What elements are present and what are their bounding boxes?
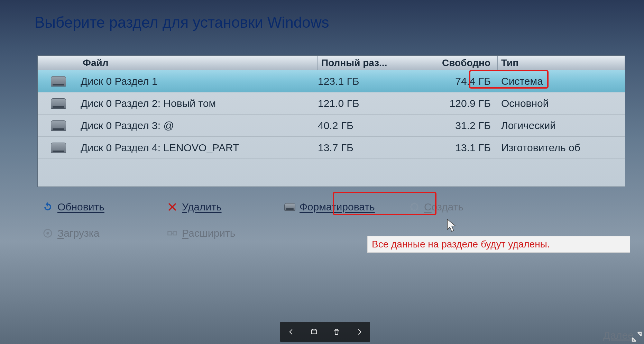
partition-type: Изготовитель об (498, 142, 625, 154)
next-button: Далее (603, 329, 634, 341)
disk-icon (38, 143, 79, 153)
create-icon (408, 201, 421, 213)
load-driver-button[interactable]: Загрузка (42, 224, 166, 243)
load-driver-icon (42, 227, 54, 239)
toolbar-slideshow-button[interactable] (306, 324, 322, 340)
partition-name: Диск 0 Раздел 1 (79, 75, 318, 87)
partition-free: 120.9 ГБ (404, 98, 498, 109)
format-icon (284, 201, 296, 213)
extend-icon (166, 227, 178, 239)
col-size[interactable]: Полный раз... (318, 56, 404, 70)
refresh-button[interactable]: Обновить (42, 197, 166, 217)
load-driver-label: Загрузка (57, 227, 99, 239)
svg-rect-5 (311, 330, 316, 334)
page-title: Выберите раздел для установки Windows (35, 14, 329, 31)
svg-rect-6 (312, 329, 315, 330)
partition-table: Файл Полный раз... Свободно Тип Диск 0 Р… (37, 55, 625, 187)
partition-free: 31.2 ГБ (404, 120, 498, 132)
partition-size: 40.2 ГБ (318, 120, 404, 132)
col-name[interactable]: Файл (79, 56, 318, 70)
toolbar-forward-button[interactable] (351, 324, 367, 340)
col-free[interactable]: Свободно (404, 56, 498, 70)
partition-row[interactable]: Диск 0 Раздел 1123.1 ГБ74.4 ГБСистема (38, 70, 625, 92)
toolbar-delete-button[interactable] (328, 324, 345, 340)
partition-name: Диск 0 Раздел 3: @ (79, 120, 318, 132)
partition-name: Диск 0 Раздел 2: Новый том (79, 98, 318, 109)
partition-size: 123.1 ГБ (318, 75, 404, 87)
format-label: Форматировать (300, 201, 375, 213)
delete-label: Удалить (182, 201, 222, 213)
disk-icon (38, 120, 79, 131)
col-icon (38, 56, 79, 70)
partition-name: Диск 0 Раздел 4: LENOVO_PART (79, 142, 318, 154)
extend-label: Расширить (182, 227, 235, 239)
col-type[interactable]: Тип (498, 56, 625, 70)
delete-button[interactable]: Удалить (166, 197, 284, 217)
extend-button: Расширить (166, 224, 284, 243)
partition-row[interactable]: Диск 0 Раздел 3: @40.2 ГБ31.2 ГБЛогическ… (38, 115, 625, 137)
svg-rect-4 (173, 232, 177, 235)
delete-icon (166, 201, 178, 213)
svg-point-2 (46, 232, 49, 235)
create-button: Создать (408, 197, 526, 217)
installer-window: Выберите раздел для установки Windows Фа… (7, 0, 644, 344)
format-button[interactable]: Форматировать (284, 197, 408, 217)
viewer-toolbar (280, 322, 370, 342)
table-header: Файл Полный раз... Свободно Тип (38, 56, 625, 70)
create-label: Создать (424, 201, 463, 213)
partition-free: 13.1 ГБ (404, 142, 498, 154)
table-body: Диск 0 Раздел 1123.1 ГБ74.4 ГБСистемаДис… (38, 70, 625, 159)
disk-icon (38, 98, 79, 109)
partition-size: 121.0 ГБ (318, 98, 404, 109)
svg-rect-3 (168, 232, 172, 235)
refresh-icon (42, 201, 54, 213)
partition-free: 74.4 ГБ (404, 75, 498, 87)
disk-icon (38, 76, 79, 87)
partition-type: Логический (498, 120, 625, 132)
partition-size: 13.7 ГБ (318, 142, 404, 154)
partition-row[interactable]: Диск 0 Раздел 2: Новый том121.0 ГБ120.9 … (38, 92, 625, 115)
partition-row[interactable]: Диск 0 Раздел 4: LENOVO_PART13.7 ГБ13.1 … (38, 137, 625, 159)
partition-type: Основной (498, 98, 625, 109)
annotation-callout: Все данные на разделе будут удалены. (367, 236, 630, 253)
partition-type: Система (498, 75, 625, 87)
toolbar-back-button[interactable] (283, 324, 300, 340)
refresh-label: Обновить (57, 201, 104, 213)
